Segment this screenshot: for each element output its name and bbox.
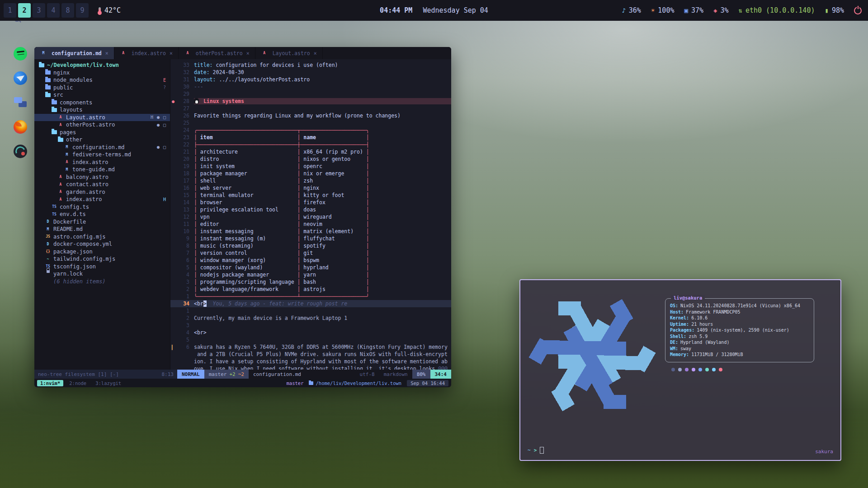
buffer-line[interactable]: 32 date: 2024-08-30 <box>170 69 451 76</box>
tree-item[interactable]: JS astro.config.mjs <box>34 233 170 241</box>
editor-tab[interactable]: A index.astro × <box>114 47 179 59</box>
tmux-git-branch: master <box>287 380 304 386</box>
editor-tab[interactable]: M configuration.md × <box>34 47 114 59</box>
close-icon[interactable]: × <box>105 50 108 56</box>
workspace-button[interactable]: 4 <box>47 3 60 18</box>
tree-item[interactable]: TS tsconfig.json <box>34 263 170 271</box>
buffer-line[interactable]: 19 │ init system│ openrc│ <box>170 163 451 170</box>
tree-item[interactable]: M configuration.md ● □ <box>34 144 170 151</box>
bar-module[interactable]: ♪ 36% <box>622 6 641 14</box>
buffer-line[interactable]: 22 ├────────────────────────────────┼───… <box>170 141 451 148</box>
buffer-line[interactable]: 5 │ compositor (wayland)│ hyprland│ <box>170 264 451 271</box>
tree-item[interactable]: ~/Development/liv.town <box>34 61 170 69</box>
buffer-line[interactable]: 20 │ distro│ nixos or gentoo│ <box>170 155 451 163</box>
shell-prompt[interactable]: ~ > <box>528 447 544 454</box>
tree-item[interactable]: TS config.ts <box>34 203 170 211</box>
tree-item[interactable]: M README.md <box>34 225 170 233</box>
buffer-line[interactable]: 16 │ web server│ nginx│ <box>170 184 451 192</box>
tree-item[interactable]: (6 hidden items) <box>34 278 170 286</box>
buffer-line[interactable]: 24 ╭────────────────────────────────┬───… <box>170 127 451 134</box>
tree-item[interactable]: other <box>34 136 170 144</box>
buffer-line[interactable]: 12 │ vpn│ wireguard│ <box>170 213 451 221</box>
editor-tab[interactable]: A otherPost.astro × <box>179 47 255 59</box>
buffer-line[interactable]: 13 │ privilege escalation tool│ doas│ <box>170 206 451 213</box>
buffer-line[interactable]: 15 │ terminal emulator│ kitty or foot│ <box>170 192 451 199</box>
bar-module[interactable]: ◈ 3% <box>713 6 729 14</box>
tree-item[interactable]: A contact.astro <box>34 181 170 188</box>
buffer-line[interactable]: 14 │ browser│ firefox│ <box>170 199 451 206</box>
workspace-button[interactable]: 3 <box>33 3 45 18</box>
tree-item[interactable]: src <box>34 91 170 99</box>
close-icon[interactable]: × <box>314 50 317 56</box>
buffer-line[interactable]: 27 <box>170 105 451 112</box>
buffer-line[interactable]: 1 ╰────────────────────────────────┴────… <box>170 293 451 300</box>
buffer-line[interactable]: 18 │ package manager│ nix or emerge│ <box>170 170 451 177</box>
buffer-line[interactable]: 17 │ shell│ zsh│ <box>170 177 451 184</box>
tree-item[interactable]: nginx <box>34 69 170 77</box>
tree-item[interactable]: A index.astro <box>34 159 170 166</box>
bar-module[interactable]: ▣ 37% <box>684 6 703 14</box>
tree-item[interactable]: A Layout.astro H ● □ <box>34 114 170 122</box>
buffer-line[interactable]: 4 │ nodejs package manager│ yarn│ <box>170 271 451 278</box>
buffer-line[interactable]: 25 <box>170 119 451 127</box>
workspace-button[interactable]: 2 <box>18 3 31 18</box>
buffer-line[interactable]: ove. I use Nix when I need software with… <box>170 365 451 370</box>
buffer-line[interactable]: 11 │ editor│ neovim│ <box>170 221 451 228</box>
workspace-button[interactable]: 1 <box>4 3 16 18</box>
buffer-line[interactable]: 5 <box>170 336 451 343</box>
buffer-line[interactable]: 10 │ instant messaging│ matrix (element)… <box>170 228 451 235</box>
buffer-line[interactable]: 4 <br> <box>170 329 451 336</box>
buffer-line[interactable]: 9 │ instant messaging (m)│ fluffychat│ <box>170 235 451 242</box>
tree-item[interactable]: TS env.d.ts <box>34 211 170 218</box>
tree-item[interactable]: node_modules E <box>34 76 170 84</box>
tmux-window[interactable]: 2:node <box>66 380 90 386</box>
buffer-line[interactable]: 3 │ programming/scripting language│ bash… <box>170 278 451 286</box>
tree-item[interactable]: D docker-compose.yml <box>34 240 170 248</box>
tmux-window[interactable]: 3:lazygit <box>92 380 124 386</box>
tree-item[interactable]: A index.astro H <box>34 196 170 203</box>
buffer-line[interactable]: 8 │ music (streaming)│ spotify│ <box>170 242 451 249</box>
buffer-line[interactable]: 29 <box>170 90 451 98</box>
bar-module[interactable]: ▮ 98% <box>825 6 844 14</box>
buffer-line[interactable]: 26 Favorite things regarding Linux and m… <box>170 112 451 119</box>
tree-item[interactable]: M tone-guide.md <box>34 166 170 174</box>
tree-item[interactable]: ~ tailwind.config.mjs <box>34 255 170 263</box>
tree-item[interactable]: pages <box>34 129 170 136</box>
buffer-line[interactable]: 30 --- <box>170 83 451 90</box>
buffer-line[interactable]: 31 layout: ../../layouts/otherPost.astro <box>170 76 451 83</box>
buffer-line[interactable]: 3 <box>170 322 451 329</box>
tree-item[interactable]: layouts <box>34 106 170 114</box>
buffer-line[interactable]: ▎ 6 sakura has a Ryzen 5 7640U, 32GB of … <box>170 343 451 351</box>
tree-item[interactable]: yarn.lock <box>34 270 170 278</box>
tree-item[interactable]: D Dockerfile <box>34 218 170 226</box>
workspace-button[interactable]: 9 <box>76 3 89 18</box>
buffer-line[interactable]: 33 title: configuration for devices i us… <box>170 61 451 69</box>
buffer-line[interactable]: and a 2TB (Crucial P5 Plus) NVMe drive. … <box>170 351 451 358</box>
close-icon[interactable]: × <box>170 50 173 56</box>
tree-item[interactable]: A garden.astro <box>34 188 170 196</box>
buffer-line[interactable]: ion. I have a setup consisting of Hyprla… <box>170 358 451 365</box>
tmux-window[interactable]: 1:nvim* <box>37 380 63 386</box>
tree-item[interactable]: {} package.json <box>34 248 170 256</box>
buffer-line[interactable]: 2 │ webdev language/framework│ astrojs│ <box>170 286 451 293</box>
buffer-line[interactable]: 23 │ item│ name│ <box>170 134 451 141</box>
tree-item[interactable]: public ? <box>34 84 170 92</box>
tree-item[interactable]: A balcony.astro <box>34 174 170 181</box>
buffer-line[interactable]: 34 <br> You, 5 days ago - feat: write ro… <box>170 300 451 307</box>
tree-item[interactable]: A otherPost.astro ● □ <box>34 121 170 129</box>
buffer-line[interactable]: 1 <box>170 307 451 314</box>
editor-tab[interactable]: A Layout.astro × <box>255 47 323 59</box>
close-icon[interactable]: × <box>246 50 250 56</box>
bar-module[interactable]: ⇅ eth0 (10.0.0.140) <box>739 6 815 14</box>
tree-item[interactable]: M fediverse-terms.md <box>34 151 170 159</box>
buffer-line[interactable]: 21 │ architecture│ x86_64 (rip m2 pro)│ <box>170 148 451 155</box>
buffer-line[interactable]: 6 │ window manager (xorg)│ bspwm│ <box>170 257 451 264</box>
buffer-line[interactable]: 7 │ version control│ git│ <box>170 249 451 257</box>
tree-item[interactable]: components <box>34 99 170 107</box>
editor-buffer[interactable]: 33 title: configuration for devices i us… <box>170 59 451 370</box>
workspace-button[interactable]: 8 <box>61 3 74 18</box>
bar-module[interactable]: ☀ 100% <box>651 6 675 14</box>
power-icon[interactable] <box>854 7 862 14</box>
buffer-line[interactable]: ● 28 Linux systems <box>170 98 451 105</box>
buffer-line[interactable]: 2 Currently, my main device is a Framewo… <box>170 314 451 322</box>
